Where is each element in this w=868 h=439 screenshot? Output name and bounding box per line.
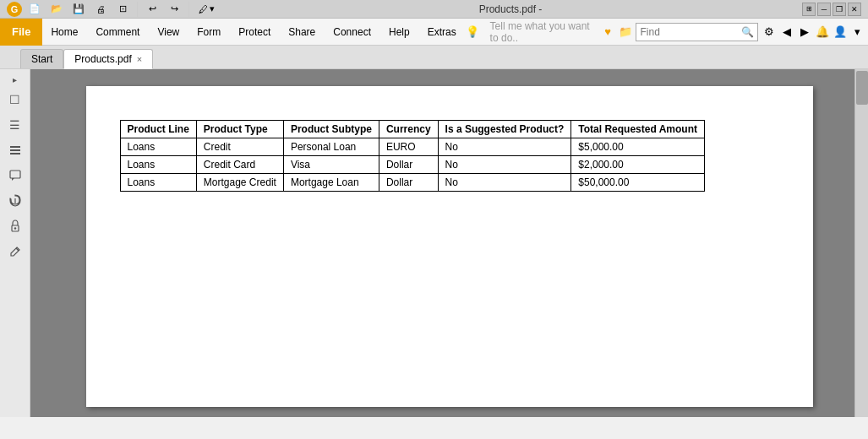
table-cell: Loans xyxy=(120,174,196,192)
table-cell: Personal Loan xyxy=(283,138,379,156)
svg-rect-0 xyxy=(10,146,20,148)
table-cell: Mortgage Credit xyxy=(196,174,283,192)
col-header-currency: Currency xyxy=(379,121,438,138)
sidebar-pages-btn[interactable]: ☰ xyxy=(3,113,27,137)
tab-view[interactable]: View xyxy=(149,19,188,45)
table-cell: Credit xyxy=(196,138,283,156)
table-cell: No xyxy=(438,174,571,192)
doc-tabs-bar: Start Products.pdf × xyxy=(0,46,868,69)
sidebar-thumbnail-btn[interactable]: ☐ xyxy=(3,88,27,111)
title-bar-left: G 📄 📂 💾 🖨 ⊡ ↩ ↪ 🖊 ▾ xyxy=(7,0,219,19)
open-btn[interactable]: 📂 xyxy=(47,0,66,19)
stamp-dropdown[interactable]: 🖊 ▾ xyxy=(194,0,219,19)
vertical-scrollbar[interactable] xyxy=(854,69,868,417)
lightbulb-icon: 💡 xyxy=(466,23,480,41)
tab-comment[interactable]: Comment xyxy=(87,19,149,45)
window-title: Products.pdf - xyxy=(219,3,802,15)
minimize-btn[interactable]: ─ xyxy=(817,3,831,16)
save-btn[interactable]: 💾 xyxy=(69,0,88,19)
user-icon[interactable]: 👤 xyxy=(833,23,847,41)
table-cell: Dollar xyxy=(379,174,438,192)
pdf-page: Product Line Product Type Product Subtyp… xyxy=(86,86,813,407)
col-header-total: Total Requested Amount xyxy=(571,121,705,138)
sidebar-edit-btn[interactable] xyxy=(3,240,27,263)
table-cell: Loans xyxy=(120,138,196,156)
restore-btn[interactable]: ❐ xyxy=(833,3,846,16)
tell-me-box[interactable]: Tell me what you want to do.. xyxy=(483,20,598,44)
sep2 xyxy=(188,2,189,17)
back-nav-icon[interactable]: ◀ xyxy=(779,23,794,41)
ribbon-tabs: Home Comment View Form Protect Share Con… xyxy=(42,19,465,45)
col-header-suggested: Is a Suggested Product? xyxy=(438,121,571,138)
bell-icon[interactable]: 🔔 xyxy=(815,23,829,41)
col-header-product-type: Product Type xyxy=(196,121,283,138)
print-btn[interactable]: 🖨 xyxy=(91,0,110,19)
tab-extras[interactable]: Extras xyxy=(419,19,466,45)
col-header-product-line: Product Line xyxy=(120,121,196,138)
sidebar-collapse-btn[interactable]: ▸ xyxy=(3,73,27,86)
title-bar: G 📄 📂 💾 🖨 ⊡ ↩ ↪ 🖊 ▾ Products.pdf - ⊞ ─ ❐… xyxy=(0,0,868,19)
sidebar-layers-btn[interactable] xyxy=(3,138,27,162)
scrollbar-thumb[interactable] xyxy=(856,71,868,105)
sidebar-security-btn[interactable] xyxy=(3,214,27,238)
user-dropdown-icon[interactable]: ▾ xyxy=(850,23,865,41)
redo-btn[interactable]: ↪ xyxy=(165,0,183,19)
close-btn[interactable]: ✕ xyxy=(848,3,861,16)
table-cell: Visa xyxy=(283,156,379,174)
undo-btn[interactable]: ↩ xyxy=(143,0,161,19)
sidebar: ▸ ☐ ☰ xyxy=(0,69,30,417)
svg-rect-1 xyxy=(10,149,20,151)
tab-connect[interactable]: Connect xyxy=(325,19,380,45)
sidebar-attachments-btn[interactable] xyxy=(3,189,27,213)
tab-form[interactable]: Form xyxy=(188,19,230,45)
svg-point-7 xyxy=(14,227,15,229)
app-logo: G xyxy=(7,2,22,17)
table-cell: No xyxy=(438,156,571,174)
new-btn[interactable]: 📄 xyxy=(25,0,44,19)
favorite-icon[interactable]: ♥ xyxy=(601,23,615,41)
window-controls: ⊞ ─ ❐ ✕ xyxy=(802,3,861,16)
table-row: LoansCredit CardVisaDollarNo$2,000.00 xyxy=(120,156,704,174)
search-box[interactable]: 🔍 xyxy=(636,23,758,41)
sidebar-comments-btn[interactable] xyxy=(3,164,27,187)
tab-start[interactable]: Start xyxy=(20,49,63,68)
svg-rect-3 xyxy=(10,171,20,178)
grid-btn[interactable]: ⊞ xyxy=(802,3,816,16)
search-icon: 🔍 xyxy=(741,26,754,38)
close-tab-icon[interactable]: × xyxy=(137,54,142,64)
table-cell: $2,000.00 xyxy=(571,156,705,174)
col-header-product-subtype: Product Subtype xyxy=(283,121,379,138)
svg-marker-4 xyxy=(12,178,14,181)
main-area: ▸ ☐ ☰ Product Line Product Type xyxy=(0,69,868,417)
tab-protect[interactable]: Protect xyxy=(230,19,280,45)
table-cell: No xyxy=(438,138,571,156)
tab-help[interactable]: Help xyxy=(380,19,419,45)
tab-home[interactable]: Home xyxy=(42,19,87,45)
ribbon: File Home Comment View Form Protect Shar… xyxy=(0,19,868,46)
ribbon-right: 💡 Tell me what you want to do.. ♥ 📁 🔍 ⚙ … xyxy=(466,20,868,44)
products-table: Product Line Product Type Product Subtyp… xyxy=(120,120,705,192)
table-cell: Credit Card xyxy=(196,156,283,174)
tab-products-pdf[interactable]: Products.pdf × xyxy=(63,49,153,69)
settings-icon[interactable]: ⚙ xyxy=(762,23,776,41)
table-cell: $50,000.00 xyxy=(571,174,705,192)
scan-btn[interactable]: ⊡ xyxy=(113,0,132,19)
svg-rect-2 xyxy=(10,153,20,154)
doc-area: Product Line Product Type Product Subtyp… xyxy=(30,69,868,417)
table-cell: Mortgage Loan xyxy=(283,174,379,192)
table-cell: EURO xyxy=(379,138,438,156)
tab-share[interactable]: Share xyxy=(280,19,325,45)
table-row: LoansMortgage CreditMortgage LoanDollarN… xyxy=(120,174,704,192)
folder-icon[interactable]: 📁 xyxy=(619,23,633,41)
forward-nav-icon[interactable]: ▶ xyxy=(797,23,811,41)
table-row: LoansCreditPersonal LoanEURONo$5,000.00 xyxy=(120,138,704,156)
sep1 xyxy=(137,2,138,17)
table-cell: Loans xyxy=(120,156,196,174)
file-tab[interactable]: File xyxy=(0,19,42,46)
table-cell: Dollar xyxy=(379,156,438,174)
search-input[interactable] xyxy=(640,26,741,38)
table-cell: $5,000.00 xyxy=(571,138,705,156)
